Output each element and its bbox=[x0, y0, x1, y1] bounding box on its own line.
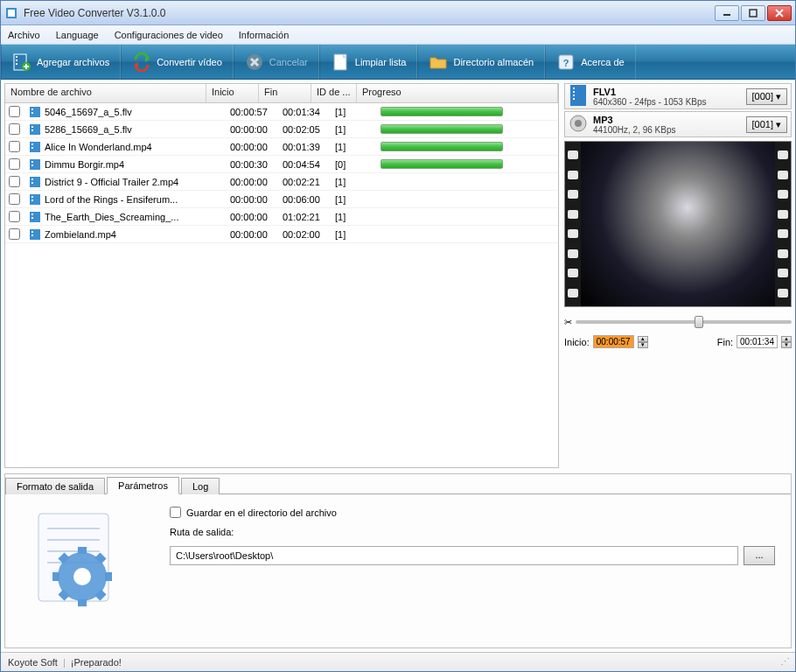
file-end: 00:01:39 bbox=[277, 142, 330, 152]
file-name: District 9 - Official Trailer 2.mp4 bbox=[45, 177, 178, 187]
svg-rect-7 bbox=[16, 56, 17, 58]
tab-parameters[interactable]: Parámetros bbox=[107, 477, 179, 494]
svg-line-64 bbox=[98, 592, 103, 598]
menu-info[interactable]: Información bbox=[239, 30, 289, 40]
table-row[interactable]: District 9 - Official Trailer 2.mp400:00… bbox=[5, 173, 558, 191]
video-file-icon bbox=[29, 193, 41, 206]
trim-end-input[interactable]: 00:01:34 bbox=[737, 335, 778, 348]
help-icon: ? bbox=[556, 52, 576, 72]
table-row[interactable]: 5046_15697_a_5.flv00:00:5700:01:34[1] bbox=[5, 103, 558, 121]
convert-icon bbox=[132, 52, 151, 72]
table-row[interactable]: Lord of the Rings - Ensiferum...00:00:00… bbox=[5, 191, 558, 208]
browse-button[interactable]: ... bbox=[744, 546, 775, 565]
maximize-button[interactable] bbox=[741, 5, 765, 21]
col-name[interactable]: Nombre de archivo bbox=[5, 84, 206, 102]
trim-end-spinner[interactable]: ▲▼ bbox=[781, 336, 792, 348]
file-checkbox[interactable] bbox=[9, 158, 20, 170]
file-start: 00:00:00 bbox=[225, 194, 277, 205]
film-edge-right bbox=[775, 142, 791, 306]
output-path-label: Ruta de salida: bbox=[170, 527, 775, 537]
close-button[interactable] bbox=[767, 5, 792, 21]
slider-thumb[interactable] bbox=[695, 316, 703, 328]
video-format-select[interactable]: [000]▾ bbox=[746, 88, 787, 105]
col-progress[interactable]: Progreso bbox=[357, 84, 558, 102]
cancel-button[interactable]: Cancelar bbox=[234, 45, 319, 79]
table-body: 5046_15697_a_5.flv00:00:5700:01:34[1]528… bbox=[5, 103, 558, 467]
table-row[interactable]: The_Earth_Dies_Screaming_...00:00:0001:0… bbox=[5, 208, 558, 226]
video-format-box: FLV1 640x360 - 24fps - 1053 KBps [000]▾ bbox=[564, 83, 792, 109]
file-name: Alice In Wonderland.mp4 bbox=[45, 142, 152, 152]
svg-rect-38 bbox=[31, 200, 33, 201]
resize-grip[interactable]: ⋰ bbox=[780, 656, 788, 668]
menu-language[interactable]: Language bbox=[56, 30, 99, 40]
settings-illustration bbox=[21, 507, 143, 612]
file-end: 00:02:21 bbox=[277, 177, 330, 187]
file-checkbox[interactable] bbox=[9, 228, 20, 240]
table-row[interactable]: 5286_15669_a_5.flv00:00:0000:02:05[1] bbox=[5, 121, 558, 138]
svg-rect-30 bbox=[30, 159, 40, 170]
clear-list-button[interactable]: Limpiar lista bbox=[319, 45, 418, 79]
scissors-icon[interactable]: ✂ bbox=[564, 317, 572, 328]
status-ready: ¡Preparado! bbox=[71, 657, 122, 668]
convert-button[interactable]: Convertir vídeo bbox=[121, 45, 234, 79]
col-id[interactable]: ID de ... bbox=[311, 84, 357, 102]
svg-rect-36 bbox=[30, 194, 40, 205]
svg-rect-40 bbox=[31, 214, 33, 215]
output-path-input[interactable] bbox=[170, 546, 738, 565]
file-id: [1] bbox=[330, 229, 375, 240]
table-row[interactable]: Alice In Wonderland.mp400:00:0000:01:39[… bbox=[5, 138, 558, 156]
app-window: Free Video Converter V3.1.0.0 Archivo La… bbox=[0, 0, 796, 672]
about-button[interactable]: ? Acerca de bbox=[545, 45, 636, 79]
trim-slider[interactable] bbox=[576, 320, 792, 324]
svg-rect-45 bbox=[570, 85, 586, 106]
file-checkbox[interactable] bbox=[9, 211, 20, 222]
output-dir-button[interactable]: Directorio almacén bbox=[417, 45, 545, 79]
svg-rect-47 bbox=[573, 91, 575, 93]
progress-bar bbox=[381, 124, 503, 134]
file-name: The_Earth_Dies_Screaming_... bbox=[45, 212, 178, 222]
svg-rect-22 bbox=[31, 108, 33, 110]
minimize-button[interactable] bbox=[715, 5, 739, 21]
table-row[interactable]: Zombieland.mp400:00:0000:02:00[1] bbox=[5, 226, 558, 243]
file-checkbox[interactable] bbox=[9, 123, 20, 135]
save-in-dir-checkbox[interactable] bbox=[170, 507, 181, 518]
file-table: Nombre de archivo Inicio Fin ID de ... P… bbox=[4, 83, 559, 468]
file-end: 01:02:21 bbox=[277, 212, 330, 222]
folder-icon bbox=[429, 52, 448, 72]
video-file-icon bbox=[29, 211, 41, 223]
col-end[interactable]: Fin bbox=[259, 84, 311, 102]
page-icon bbox=[331, 52, 350, 72]
file-name: 5046_15697_a_5.flv bbox=[45, 107, 132, 117]
file-checkbox[interactable] bbox=[9, 193, 20, 205]
statusbar: Koyote Soft | ¡Preparado! ⋰ bbox=[1, 652, 795, 671]
preview-frame bbox=[581, 142, 775, 306]
menu-file[interactable]: Archivo bbox=[8, 30, 40, 40]
audio-format-select[interactable]: [001]▾ bbox=[746, 116, 787, 133]
chevron-down-icon: ▾ bbox=[776, 91, 781, 102]
add-files-button[interactable]: Agregar archivos bbox=[1, 45, 121, 79]
file-checkbox[interactable] bbox=[9, 106, 20, 117]
trim-time-row: Inicio: 00:00:57 ▲▼ Fin: 00:01:34 ▲▼ bbox=[564, 335, 792, 348]
trim-start-input[interactable]: 00:00:57 bbox=[593, 335, 634, 348]
file-start: 00:00:00 bbox=[225, 177, 277, 187]
file-checkbox[interactable] bbox=[9, 141, 20, 152]
tab-content-parameters: Guardar en el directorio del archivo Rut… bbox=[5, 494, 791, 648]
file-checkbox[interactable] bbox=[9, 176, 20, 187]
tab-output-format[interactable]: Formato de salida bbox=[5, 478, 105, 494]
col-start[interactable]: Inicio bbox=[206, 84, 259, 102]
tab-log[interactable]: Log bbox=[181, 478, 220, 494]
svg-rect-21 bbox=[30, 107, 40, 117]
trim-start-spinner[interactable]: ▲▼ bbox=[638, 336, 648, 348]
video-preview[interactable] bbox=[564, 141, 792, 307]
audio-format-detail: 44100Hz, 2, 96 KBps bbox=[593, 125, 676, 135]
svg-rect-32 bbox=[31, 164, 33, 166]
file-start: 00:00:00 bbox=[225, 142, 277, 152]
svg-rect-42 bbox=[30, 229, 40, 240]
menu-video-config[interactable]: Configuraciones de video bbox=[115, 30, 223, 40]
table-row[interactable]: Dimmu Borgir.mp400:00:3000:04:54[0] bbox=[5, 156, 558, 173]
file-id: [1] bbox=[330, 194, 375, 205]
svg-rect-23 bbox=[31, 112, 33, 114]
progress-bar bbox=[381, 142, 503, 151]
file-id: [1] bbox=[330, 212, 375, 222]
file-start: 00:00:30 bbox=[225, 159, 277, 170]
